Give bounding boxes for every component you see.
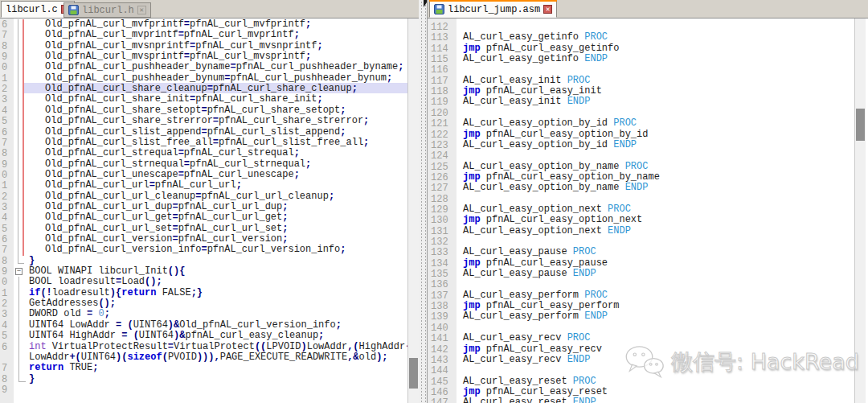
line-number: 0 [2, 277, 12, 288]
line-number: 8 [2, 256, 12, 267]
line-number: 8 [2, 41, 12, 52]
code-line: AL_curl_easy_init PROC [463, 76, 590, 86]
line-number: 121 [431, 118, 452, 130]
line-number: 114 [431, 43, 452, 55]
line-number: 2 [2, 84, 12, 95]
line-number: 118 [431, 86, 452, 97]
tab-label: libcurl.h [82, 5, 134, 16]
tab-label: libcurl_jump.asm [448, 4, 540, 15]
code-line: AL_curl_easy_getinfo PROC [463, 32, 608, 43]
line-number: 9 [2, 266, 12, 278]
line-number: 122 [431, 130, 452, 141]
line-number: 134 [431, 258, 452, 269]
line-number: 125 [431, 162, 452, 173]
code-line: Old_pfnAL_curl_version_info=pfnAL_curl_v… [45, 245, 346, 255]
line-number: 120 [431, 108, 452, 119]
line-number: 130 [431, 215, 452, 226]
tab-libcurl-h[interactable]: libcurl.h ✕ [63, 2, 151, 18]
code-line: Old_pfnAL_curl_pushheader_bynum=pfnAL_cu… [45, 73, 392, 84]
line-number: 6 [2, 19, 12, 31]
line-number: 1 [2, 288, 12, 299]
line-number: 5 [2, 224, 12, 235]
line-number: 3 [2, 309, 12, 320]
line-number: 116 [431, 64, 452, 76]
close-icon[interactable]: ✕ [543, 5, 552, 14]
code-line: jmp pfnAL_curl_easy_init [463, 86, 602, 97]
code-line: } [29, 256, 35, 266]
line-number: 135 [431, 269, 452, 280]
left-vertical-scrollbar[interactable] [407, 19, 419, 403]
line-number: 8 [2, 374, 12, 385]
line-number: 7 [2, 30, 12, 41]
code-line: UINT64 LowAddr = (UINT64)&Old_pfnAL_curl… [29, 320, 342, 331]
line-number: 5 [2, 331, 12, 342]
code-line: Old_pfnAL_curl_unescape=pfnAL_curl_unesc… [45, 170, 300, 180]
tab-bar-left: libcurl.c ✕ libcurl.h ✕ [0, 0, 419, 19]
code-line: Old_pfnAL_curl_share_init=pfnAL_curl_sha… [45, 94, 323, 105]
line-number: 127 [431, 183, 452, 194]
line-number: 112 [431, 22, 452, 33]
code-line: AL_curl_easy_pause ENDP [463, 269, 596, 279]
fold-bracket [18, 277, 26, 382]
code-line: Old_pfnAL_curl_mvsnprintf=pfnAL_curl_mvs… [45, 41, 323, 51]
code-line: Old_pfnAL_curl_url_get=pfnAL_curl_url_ge… [45, 212, 288, 223]
line-number: 147 [431, 397, 452, 403]
active-tab-accent [429, 0, 557, 2]
code-line: Old_pfnAL_curl_mvprintf=pfnAL_curl_mvpri… [45, 30, 300, 40]
code-line: Old_pfnAL_curl_version=pfnAL_curl_versio… [45, 234, 288, 245]
code-line: AL_curl_easy_option_next PROC [463, 204, 631, 215]
code-line: Old_pfnAL_curl_strnequal=pfnAL_curl_strn… [45, 159, 311, 170]
tab-label: libcurl.c [6, 4, 58, 15]
line-number: 124 [431, 150, 452, 162]
line-number: 9 [2, 51, 12, 63]
code-line: AL_curl_easy_perform ENDP [463, 311, 608, 322]
line-number: 1 [2, 180, 12, 191]
code-line: Old_pfnAL_curl_share_cleanup=pfnAL_curl_… [45, 84, 358, 94]
code-line: jmp pfnAL_curl_easy_getinfo [463, 43, 619, 54]
code-line: } [29, 374, 35, 384]
save-icon [434, 4, 444, 14]
save-icon [68, 5, 79, 15]
line-number: 132 [431, 236, 452, 248]
line-number: 7 [2, 363, 12, 374]
code-line: int VirtualProtectResult=VirtualProtect(… [29, 342, 411, 352]
code-area-libcurl-c: − 6Old_pfnAL_curl_mvfprintf=pfnAL_curl_m… [0, 19, 419, 403]
code-line: GetAddresses(); [29, 298, 116, 309]
left-scrollbar-thumb[interactable] [409, 358, 418, 389]
line-number: 0 [2, 170, 12, 181]
code-line: jmp pfnAL_curl_easy_perform [463, 301, 619, 311]
tab-bar-right: libcurl_jump.asm ✕ [428, 0, 868, 19]
line-number: 117 [431, 76, 452, 87]
line-number: 6 [2, 342, 12, 353]
right-vertical-scrollbar[interactable] [854, 19, 866, 403]
line-number: 136 [431, 279, 452, 290]
pane-splitter[interactable] [419, 0, 427, 403]
close-icon[interactable]: ✕ [137, 6, 146, 14]
line-number: 0 [2, 62, 12, 73]
line-number: 3 [2, 202, 12, 213]
right-scrollbar-thumb[interactable] [856, 109, 865, 141]
code-line: AL_curl_easy_option_by_id ENDP [463, 140, 637, 150]
line-number: 145 [431, 376, 452, 388]
line-number: 4 [2, 320, 12, 331]
code-line: AL_curl_easy_perform PROC [463, 290, 608, 301]
line-number: 4 [2, 212, 12, 224]
code-line: UINT64 HighAddr = (UINT64)&pfnAL_curl_ea… [29, 331, 324, 341]
code-line: Old_pfnAL_curl_url_cleanup=pfnAL_curl_ur… [45, 191, 334, 202]
fold-collapse-icon[interactable]: − [15, 268, 23, 275]
line-number: 9 [2, 384, 12, 396]
line-number: 6 [2, 234, 12, 245]
code-line: LowAddr+(UINT64)(sizeof(PVOID))),PAGE_EX… [29, 352, 388, 363]
tab-libcurl-jump-asm[interactable]: libcurl_jump.asm ✕ [429, 1, 557, 18]
line-number: 113 [431, 32, 452, 43]
code-line: Old_pfnAL_curl_slist_free_all=pfnAL_curl… [45, 138, 369, 148]
code-line: DWORD old = 0; [29, 309, 110, 319]
line-number: 8 [2, 148, 12, 159]
code-line: Old_pfnAL_curl_strequal=pfnAL_curl_streq… [45, 148, 300, 158]
line-number: 133 [431, 247, 452, 258]
code-line: AL_curl_easy_init ENDP [463, 97, 590, 107]
editor-pane-left: libcurl.c ✕ libcurl.h ✕ − 6Old_pfnAL_cur… [0, 0, 419, 403]
code-line: AL_curl_easy_pause PROC [463, 247, 596, 257]
code-line: jmp pfnAL_curl_easy_option_by_id [463, 130, 648, 140]
line-number: 126 [431, 172, 452, 183]
